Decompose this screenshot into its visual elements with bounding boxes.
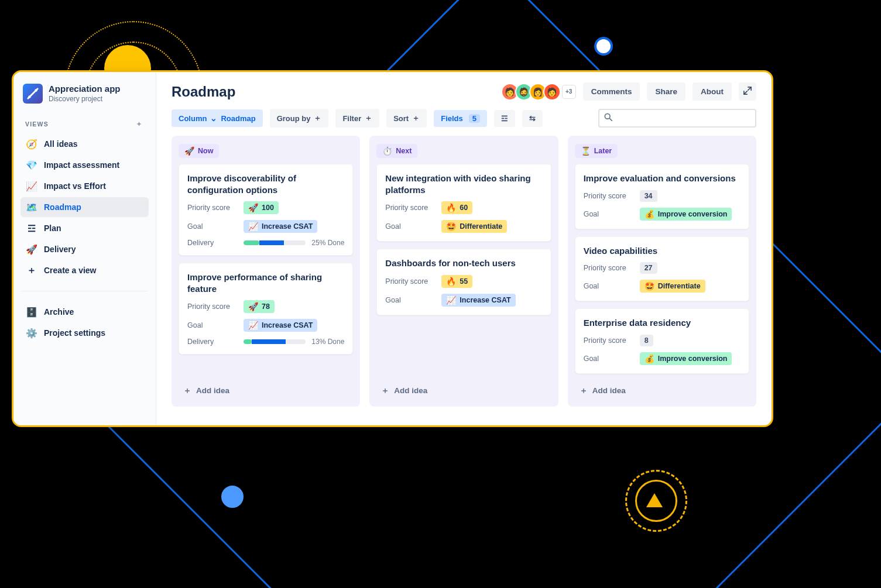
sidebar-item-create[interactable]: ＋Create a view xyxy=(20,260,149,280)
column-next: ⏱️NextNew integration with video sharing… xyxy=(369,136,558,407)
add-idea-row: ＋Add idea xyxy=(575,374,749,400)
add-idea-label: Add idea xyxy=(592,386,626,395)
priority-label-text: Priority score xyxy=(584,192,634,200)
filter-button[interactable]: Filter ＋ xyxy=(335,109,379,128)
map-icon: 🗺️ xyxy=(26,202,37,212)
goal-label-text: Goal xyxy=(584,282,634,290)
column-title-pill[interactable]: ⏳Later xyxy=(575,144,618,158)
column-title-pill[interactable]: ⏱️Next xyxy=(376,144,417,158)
priority-value: 27 xyxy=(645,264,653,272)
columns-settings-button[interactable]: ☲ xyxy=(494,110,515,127)
sidebar-item-impact-vs-effort[interactable]: 📈Impact vs Effort xyxy=(20,176,149,196)
idea-card[interactable]: Video capabilitiesPriority score27Goal🤩D… xyxy=(575,236,749,302)
goal-chip: 🤩Differentiate xyxy=(441,220,507,233)
search-input[interactable] xyxy=(616,113,750,123)
delivery-row: Delivery13% Done xyxy=(187,338,344,346)
avatar[interactable]: 🧑 xyxy=(543,83,561,101)
card-title: New integration with video sharing platf… xyxy=(385,173,542,195)
priority-value: 55 xyxy=(460,277,468,286)
priority-label-text: Priority score xyxy=(385,277,436,286)
group-by-button[interactable]: Group by ＋ xyxy=(270,109,329,128)
add-idea-button[interactable]: ＋Add idea xyxy=(575,382,630,400)
sort-button[interactable]: Sort ＋ xyxy=(386,109,427,128)
delivery-row: Delivery25% Done xyxy=(187,239,344,247)
priority-label-text: Priority score xyxy=(385,204,436,212)
priority-chip: 27 xyxy=(640,262,657,274)
share-button[interactable]: Share xyxy=(647,82,685,101)
project-logo-icon xyxy=(23,84,43,104)
fields-label: Fields xyxy=(441,114,463,123)
goal-row: Goal💰Improve conversion xyxy=(584,352,741,365)
project-subtitle: Discovery project xyxy=(49,95,121,103)
sidebar-item-label: Delivery xyxy=(44,245,76,254)
priority-row: Priority score8 xyxy=(584,335,741,346)
column-selector[interactable]: Column ⌄ Roadmap xyxy=(172,109,263,127)
column-title-pill[interactable]: 🚀Now xyxy=(179,144,219,158)
sidebar-item-impact-assessment[interactable]: 💎Impact assessment xyxy=(20,155,149,175)
app-window: Appreciation app Discovery project VIEWS… xyxy=(12,70,773,427)
autosort-button[interactable]: ⇆ xyxy=(522,110,543,127)
plus-icon: ＋ xyxy=(314,113,321,123)
column-title: Now xyxy=(198,147,213,155)
board: 🚀NowImprove discoverability of configura… xyxy=(156,136,772,419)
collaborator-avatars[interactable]: 🧑 🧔 👩 🧑 +3 xyxy=(501,83,576,101)
idea-card[interactable]: Improve evaluation and conversionsPriori… xyxy=(575,164,749,229)
goal-label-text: Goal xyxy=(584,355,634,363)
swap-icon: ⇆ xyxy=(529,114,536,123)
priority-label-text: Priority score xyxy=(187,204,238,212)
search-icon xyxy=(604,113,612,123)
add-idea-button[interactable]: ＋Add idea xyxy=(376,382,432,400)
comments-button[interactable]: Comments xyxy=(583,82,640,101)
svg-point-0 xyxy=(28,95,30,98)
fields-button[interactable]: Fields 5 xyxy=(434,110,487,127)
add-idea-label: Add idea xyxy=(196,386,229,395)
priority-row: Priority score🚀100 xyxy=(187,201,344,214)
idea-card[interactable]: Improve performance of sharing featurePr… xyxy=(179,263,353,355)
idea-card[interactable]: New integration with video sharing platf… xyxy=(376,164,551,242)
goal-row: Goal🤩Differentiate xyxy=(385,220,542,233)
list-icon: ☲ xyxy=(26,223,37,233)
delivery-bar xyxy=(244,240,306,245)
sidebar-item-archive[interactable]: 🗄️Archive xyxy=(20,302,149,322)
priority-row: Priority score🔥55 xyxy=(385,275,542,288)
column-header: 🚀Now xyxy=(179,143,353,164)
sort-label: Sort xyxy=(393,114,409,123)
goal-value: Increase CSAT xyxy=(262,321,313,329)
goal-row: Goal📈Increase CSAT xyxy=(187,220,344,233)
avatar-overflow[interactable]: +3 xyxy=(562,85,576,99)
goal-emoji-icon: 📈 xyxy=(248,321,258,330)
add-view-icon[interactable]: ＋ xyxy=(133,119,145,129)
idea-card[interactable]: Dashboards for non-tech usersPriority sc… xyxy=(376,249,551,315)
sidebar-item-label: Plan xyxy=(44,223,61,233)
goal-label-text: Goal xyxy=(385,296,436,304)
sidebar-item-all-ideas[interactable]: 🧭All ideas xyxy=(20,134,149,154)
goal-chip: 💰Improve conversion xyxy=(640,208,732,221)
sidebar-item-label: Archive xyxy=(44,307,74,317)
idea-card[interactable]: Enterprise data residencyPriority score8… xyxy=(575,308,749,374)
goal-label-text: Goal xyxy=(584,210,634,218)
sidebar-item-settings[interactable]: ⚙️Project settings xyxy=(20,323,149,343)
add-idea-label: Add idea xyxy=(394,386,427,395)
goal-row: Goal📈Increase CSAT xyxy=(385,294,542,307)
search-box[interactable] xyxy=(598,109,756,128)
sidebar-item-delivery[interactable]: 🚀Delivery xyxy=(20,239,149,259)
archive-icon: 🗄️ xyxy=(26,307,37,317)
column-header: ⏱️Next xyxy=(376,143,551,164)
add-idea-button[interactable]: ＋Add idea xyxy=(179,382,234,400)
sidebar-item-plan[interactable]: ☲Plan xyxy=(20,218,149,238)
priority-row: Priority score🚀78 xyxy=(187,300,344,313)
decor-node-bottom xyxy=(221,486,244,508)
idea-card[interactable]: Improve discoverability of configuration… xyxy=(179,164,353,256)
about-button[interactable]: About xyxy=(693,82,732,101)
expand-button[interactable] xyxy=(739,82,756,101)
column-emoji-icon: 🚀 xyxy=(184,146,194,156)
sidebar-item-roadmap[interactable]: 🗺️Roadmap xyxy=(20,197,149,217)
project-header[interactable]: Appreciation app Discovery project xyxy=(19,81,150,112)
priority-emoji-icon: 🔥 xyxy=(446,203,456,212)
sidebar-nav: 🧭All ideas💎Impact assessment📈Impact vs E… xyxy=(19,134,150,280)
expand-icon xyxy=(743,88,752,97)
column-label: Column xyxy=(179,114,207,123)
priority-label-text: Priority score xyxy=(584,336,634,345)
views-text: VIEWS xyxy=(25,121,49,128)
priority-label-text: Priority score xyxy=(187,302,238,311)
